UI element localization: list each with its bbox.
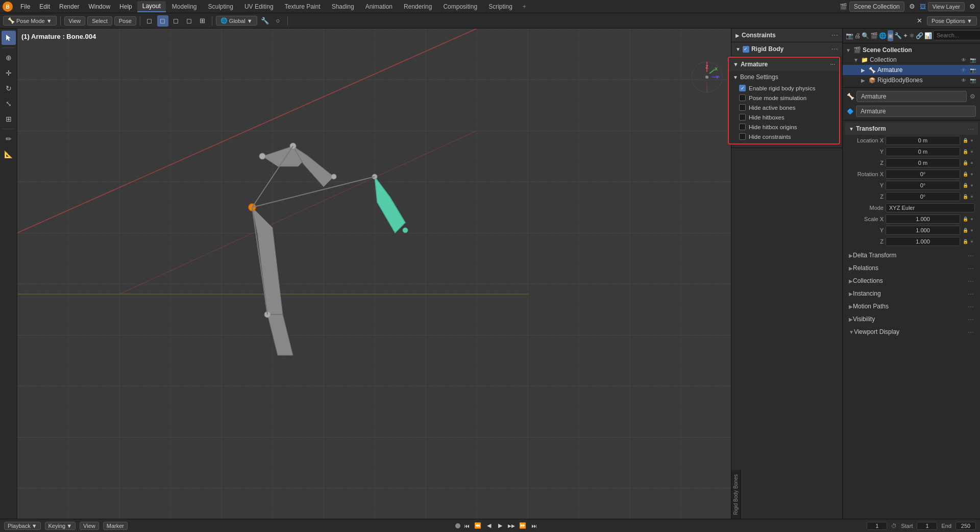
rotation-z-val[interactable]: 0° <box>886 192 960 201</box>
overlay-x-btn[interactable]: ✕ <box>914 15 925 27</box>
add-tab-button[interactable]: + <box>519 2 530 12</box>
blender-logo[interactable]: B <box>2 1 13 12</box>
hide-hitboxes-checkbox[interactable] <box>739 114 746 120</box>
scale-x-dot[interactable]: ● <box>969 216 975 222</box>
scale-y-val[interactable]: 1.000 <box>886 226 960 235</box>
visibility-dots[interactable]: ··· <box>968 315 974 323</box>
collections-dots[interactable]: ··· <box>968 277 974 285</box>
tab-uv-editing[interactable]: UV Editing <box>239 2 279 12</box>
location-y-val[interactable]: 0 m <box>886 147 960 156</box>
obj-name-settings[interactable]: ⚙ <box>969 92 976 101</box>
collections-section[interactable]: ▶ Collections ··· <box>845 275 978 287</box>
annotate-tool-btn[interactable]: ✏ <box>2 132 16 146</box>
select-menu-btn[interactable]: Select <box>87 16 112 26</box>
playback-btn[interactable]: Playback ▼ <box>4 522 41 530</box>
loc-x-dot[interactable]: ● <box>969 137 975 143</box>
viewport-icon-3[interactable]: ◻ <box>170 15 182 27</box>
loc-z-dot[interactable]: ● <box>969 160 975 166</box>
viewport-3d[interactable]: (1) Armature : Bone.004 Z Y X 📷 🔍 ✋ 🎥 ⊞ <box>17 29 842 519</box>
rp-icon-world[interactable]: 🌐 <box>879 30 887 41</box>
pose-mode-btn[interactable]: 🦴 Pose Mode ▼ <box>3 16 57 26</box>
loc-z-lock[interactable]: 🔒 <box>962 160 968 166</box>
rp-icon-constraints-obj[interactable]: 🔗 <box>916 30 923 41</box>
global-transform-btn[interactable]: 🌐 Global ▼ <box>216 16 257 26</box>
tab-compositing[interactable]: Compositing <box>438 2 482 12</box>
enable-rigid-body-checkbox[interactable] <box>739 85 746 91</box>
loc-y-dot[interactable]: ● <box>969 149 975 155</box>
armature-restrict-render[interactable]: 📷 <box>969 66 977 74</box>
instancing-section[interactable]: ▶ Instancing ··· <box>845 287 978 300</box>
scale-x-val[interactable]: 1.000 <box>886 214 960 224</box>
rotation-mode-val[interactable]: XYZ Euler <box>886 203 975 212</box>
viewport-display-dots[interactable]: ··· <box>968 328 974 336</box>
rot-y-dot[interactable]: ● <box>969 182 975 188</box>
rigid-body-bones-item[interactable]: ▶ 📦 RigidBodyBones 👁 📷 <box>843 75 980 85</box>
rotation-x-val[interactable]: 0° <box>886 170 960 179</box>
menu-edit[interactable]: Edit <box>35 2 54 11</box>
view-menu-btn[interactable]: View <box>64 16 86 26</box>
rbb-restrict-viewport[interactable]: 👁 <box>960 76 968 84</box>
scale-z-val[interactable]: 1.000 <box>886 237 960 246</box>
scale-z-dot[interactable]: ● <box>969 238 975 245</box>
transform-section-header[interactable]: ▼ Transform ··· <box>845 123 978 135</box>
tab-modeling[interactable]: Modeling <box>167 2 202 12</box>
hide-hitboxes-row[interactable]: Hide hitboxes <box>737 112 831 122</box>
pose-options-btn[interactable]: Pose Options ▼ <box>927 16 977 26</box>
relations-dots[interactable]: ··· <box>968 264 974 272</box>
rigid-body-enabled-checkbox[interactable] <box>743 46 749 53</box>
view-layer-settings-icon[interactable]: ⚙ <box>967 1 978 12</box>
viewport-icon-1[interactable]: ◻ <box>144 15 155 27</box>
viewport-icon-4[interactable]: ◻ <box>184 15 195 27</box>
transform-dots[interactable]: ··· <box>968 125 974 133</box>
tab-animation[interactable]: Animation <box>360 2 398 12</box>
select-tool-btn[interactable] <box>2 31 16 45</box>
scale-x-lock[interactable]: 🔒 <box>962 216 968 222</box>
rp-icon-render[interactable]: 📷 <box>846 30 853 41</box>
loc-y-lock[interactable]: 🔒 <box>962 149 968 155</box>
armature-panel-header[interactable]: ▼ Armature ··· <box>729 58 839 71</box>
rp-icon-object[interactable]: ▣ <box>888 30 893 41</box>
hide-hitbox-origins-checkbox[interactable] <box>739 124 746 130</box>
rp-icon-output[interactable]: 🖨 <box>854 30 861 41</box>
cursor-tool-btn[interactable]: ⊕ <box>2 51 16 65</box>
visibility-section[interactable]: ▶ Visibility ··· <box>845 313 978 325</box>
keying-btn[interactable]: Keying ▼ <box>45 522 76 530</box>
rigid-body-header[interactable]: ▼ Rigid Body ··· <box>731 42 842 56</box>
tab-scripting[interactable]: Scripting <box>483 2 518 12</box>
scale-z-lock[interactable]: 🔒 <box>962 238 968 245</box>
hide-hitbox-origins-row[interactable]: Hide hitbox origins <box>737 122 831 132</box>
next-keyframe-btn[interactable]: ⏩ <box>518 521 528 531</box>
prev-frame-btn[interactable]: ◀ <box>484 521 494 531</box>
marker-btn[interactable]: Marker <box>103 522 128 530</box>
collection-item[interactable]: ▼ 📁 Collection 👁 📷 <box>843 55 980 65</box>
proportional-btn[interactable]: ○ <box>273 15 284 27</box>
rotation-y-val[interactable]: 0° <box>886 181 960 190</box>
instancing-dots[interactable]: ··· <box>968 289 974 298</box>
motion-paths-section[interactable]: ▶ Motion Paths ··· <box>845 300 978 312</box>
hide-constraints-row[interactable]: Hide constraints <box>737 132 831 141</box>
collection-restrict-render[interactable]: 📷 <box>969 56 977 64</box>
loc-x-lock[interactable]: 🔒 <box>962 137 968 143</box>
pose-menu-btn[interactable]: Pose <box>114 16 136 26</box>
menu-help[interactable]: Help <box>115 2 136 11</box>
measure-tool-btn[interactable]: 📐 <box>2 147 16 161</box>
rp-icon-data[interactable]: 📊 <box>924 30 932 41</box>
hide-constraints-checkbox[interactable] <box>739 133 746 140</box>
viewport-icon-2[interactable]: ◻ <box>157 15 168 27</box>
rbb-restrict-render[interactable]: 📷 <box>969 76 977 84</box>
rot-x-lock[interactable]: 🔒 <box>962 171 968 177</box>
viewport-icon-5[interactable]: ⊞ <box>197 15 208 27</box>
delta-transform-dots[interactable]: ··· <box>968 251 974 259</box>
viewport-gizmo[interactable]: Z Y X <box>689 59 725 95</box>
pose-mode-sim-row[interactable]: Pose mode simulation <box>737 93 831 103</box>
tab-sculpting[interactable]: Sculpting <box>203 2 238 12</box>
rp-icon-particles[interactable]: ✦ <box>903 30 908 41</box>
rp-icon-physics[interactable]: ⚛ <box>909 30 915 41</box>
view-layer-name[interactable]: View Layer <box>928 2 965 11</box>
rot-z-dot[interactable]: ● <box>969 194 975 200</box>
delta-transform-section[interactable]: ▶ Delta Transform ··· <box>845 249 978 261</box>
jump-start-btn[interactable]: ⏮ <box>461 521 472 531</box>
tab-shading[interactable]: Shading <box>327 2 359 12</box>
viewport-display-section[interactable]: ▼ Viewport Display ··· <box>845 326 978 338</box>
location-z-val[interactable]: 0 m <box>886 158 960 167</box>
